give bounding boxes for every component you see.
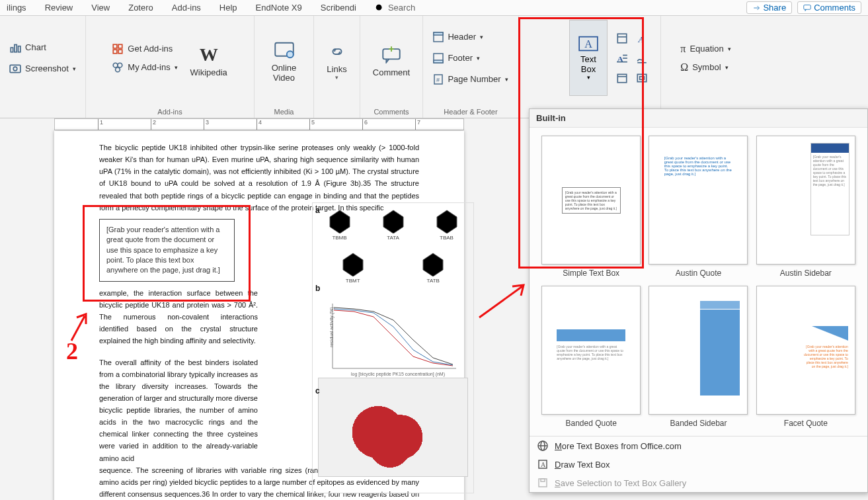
ribbon: Chart Screenshot▾ Get Add-ins My Add-ins…	[0, 16, 868, 118]
links-button[interactable]: Links ▾	[314, 20, 360, 96]
figure-panel: a TBMB TATA TBAB TBMT TATB b log [bicycl…	[312, 202, 474, 493]
gallery-item-austin-sidebar[interactable]: [Grab your reader's attention with a gre…	[756, 136, 855, 278]
symbol-button[interactable]: Ω Symbol▾	[676, 59, 734, 76]
group-label-comments: Comments	[374, 106, 409, 118]
chart-button[interactable]: Chart	[5, 39, 50, 56]
draw-text-box-button[interactable]: A Draw Text Box	[530, 455, 867, 474]
header-button[interactable]: Header▾	[429, 28, 512, 46]
svg-rect-53	[541, 479, 545, 481]
tab-mailings[interactable]: ilings	[7, 3, 26, 13]
group-label-hf: Header & Footer	[444, 106, 497, 118]
wikipedia-button[interactable]: W Wikipedia	[186, 20, 232, 96]
group-label-addins: Add-ins	[157, 106, 182, 118]
annotation-arrow	[476, 281, 529, 321]
tab-scribendi[interactable]: Scribendi	[321, 3, 356, 13]
annotation-highlight-textbox-menu	[518, 17, 644, 269]
footer-button[interactable]: Footer▾	[429, 50, 512, 67]
more-text-boxes-button[interactable]: MMore Text Boxes from Office.comore Text…	[530, 437, 867, 455]
body-paragraph[interactable]: The overall affinity of the best binders…	[99, 356, 258, 464]
svg-text:A: A	[541, 461, 546, 468]
document-page[interactable]: The bicyclic peptide UK18 inhibited othe…	[54, 131, 464, 500]
svg-point-7	[13, 67, 17, 71]
save-selection-button[interactable]: Save Selection to Text Box Gallery	[530, 474, 867, 492]
svg-rect-5	[19, 46, 20, 52]
svg-rect-11	[118, 50, 122, 54]
online-video-button[interactable]: Online Video	[261, 20, 307, 96]
svg-marker-43	[343, 253, 363, 276]
search-button[interactable]: Search	[375, 3, 415, 13]
svg-rect-52	[539, 479, 547, 487]
gallery-item-austin-quote[interactable]: [Grab your reader's attention with a gre…	[649, 136, 748, 278]
tab-view[interactable]: View	[91, 3, 110, 13]
svg-marker-40	[330, 210, 350, 233]
page-number-button[interactable]: # Page Number▾	[429, 71, 512, 88]
annotation-highlight-inserted-box	[83, 205, 251, 302]
tab-endnote[interactable]: EndNote X9	[256, 3, 302, 13]
get-addins-button[interactable]: Get Add-ins	[108, 40, 181, 58]
svg-rect-9	[118, 44, 122, 48]
my-addins-button[interactable]: My Add-ins ▾	[108, 59, 181, 76]
svg-marker-41	[383, 210, 403, 233]
svg-rect-2	[804, 5, 811, 9]
svg-marker-42	[437, 210, 457, 233]
comments-button[interactable]: Comments	[797, 1, 861, 14]
ribbon-tabs: ilings Review View Zotero Add-ins Help E…	[0, 0, 868, 16]
comment-button[interactable]: Comment	[368, 20, 414, 96]
gallery-item-banded-sidebar[interactable]: Banded Sidebar	[649, 286, 748, 428]
group-label-media: Media	[274, 106, 294, 118]
annotation-number-2: 2	[66, 337, 78, 365]
svg-line-1	[381, 9, 384, 12]
tab-addins[interactable]: Add-ins	[172, 3, 201, 13]
svg-text:#: #	[436, 77, 440, 83]
equation-button[interactable]: π Equation ▾	[676, 40, 734, 58]
svg-rect-21	[434, 32, 443, 35]
svg-marker-44	[423, 253, 443, 276]
tab-zotero[interactable]: Zotero	[128, 3, 153, 13]
share-button[interactable]: Share	[746, 1, 792, 14]
svg-point-16	[286, 51, 293, 58]
svg-point-13	[118, 63, 122, 67]
svg-rect-8	[114, 44, 118, 48]
horizontal-ruler[interactable]: 1 2 3 4 5 6 7	[54, 118, 464, 130]
svg-rect-3	[11, 48, 13, 52]
svg-rect-6	[10, 65, 20, 72]
gallery-item-banded-quote[interactable]: [Grab your reader's attention with a gre…	[541, 286, 641, 428]
gallery-item-facet-quote[interactable]: [Grab your reader's attention with a gre…	[756, 286, 855, 428]
tab-review[interactable]: Review	[45, 3, 73, 13]
svg-point-0	[376, 4, 382, 10]
svg-rect-23	[434, 60, 443, 63]
svg-point-12	[114, 63, 118, 67]
svg-rect-4	[15, 44, 17, 52]
tab-help[interactable]: Help	[219, 3, 237, 13]
svg-rect-10	[114, 50, 118, 54]
svg-point-14	[116, 67, 120, 72]
screenshot-button[interactable]: Screenshot▾	[5, 60, 80, 77]
